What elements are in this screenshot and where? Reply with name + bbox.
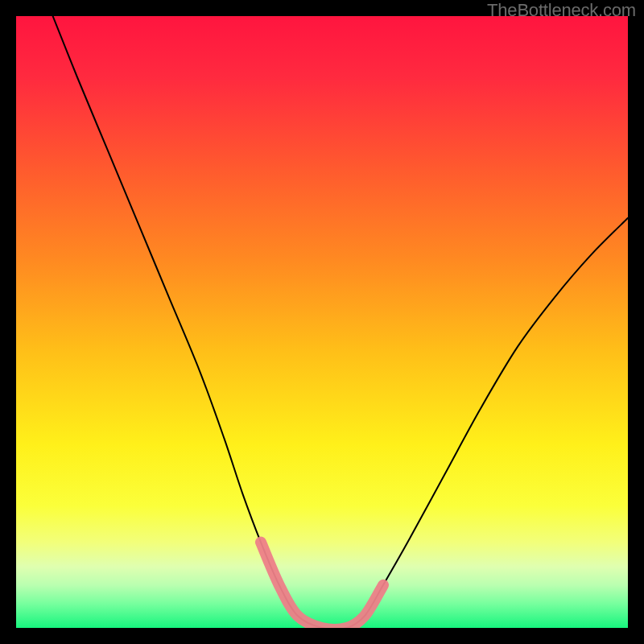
chart-svg (16, 16, 628, 628)
chart-frame: TheBottleneck.com (0, 0, 644, 644)
attribution-watermark: TheBottleneck.com (487, 0, 636, 21)
plot-area (16, 16, 628, 628)
